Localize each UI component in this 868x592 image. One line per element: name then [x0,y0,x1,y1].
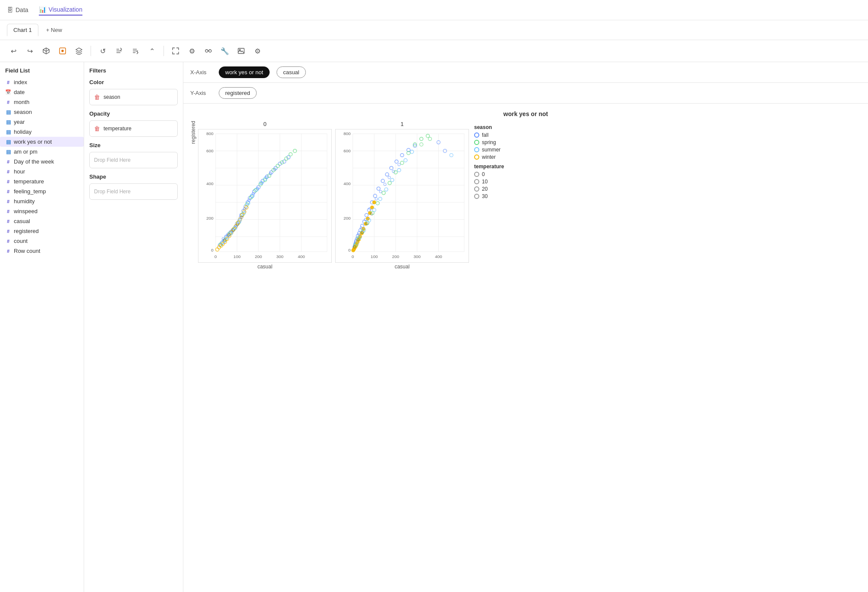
legend-spring: spring [474,139,511,145]
expand-button[interactable] [169,44,182,57]
hash-icon: # [5,80,11,85]
refresh-button[interactable]: ↺ [96,44,109,57]
scatter-panel-1: 1 [335,121,469,270]
legend-temp-20: 20 [474,186,511,192]
select-button[interactable] [56,44,69,57]
field-year[interactable]: ▤ year [0,117,84,127]
field-temperature[interactable]: # temperature [0,176,84,186]
filters-panel: Filters Color 🗑 season Opacity 🗑 tempera… [84,62,183,592]
svg-text:400: 400 [435,254,442,259]
svg-point-176 [375,198,377,200]
chevron-button[interactable]: ⌃ [145,44,158,57]
svg-text:600: 600 [206,148,214,153]
size-field[interactable]: Drop Field Here [89,152,178,168]
wrench-button[interactable]: 🔧 [218,44,231,57]
legend-temp-30: 30 [474,193,511,199]
svg-point-202 [376,202,379,205]
x-axis-field-casual[interactable]: casual [277,66,306,78]
sort-asc-button[interactable] [113,44,126,57]
hash-icon: # [5,199,11,204]
x-axis-label-1: casual [335,264,469,270]
trash-icon[interactable]: 🗑 [94,125,100,132]
legend-fall: fall [474,132,511,138]
sort-desc-button[interactable] [129,44,142,57]
field-casual[interactable]: # casual [0,216,84,226]
svg-point-220 [404,159,407,162]
tab-new[interactable]: + New [40,24,68,36]
field-humidity[interactable]: # humidity [0,196,84,206]
nav-visualization[interactable]: 📊 Visualization [39,4,82,16]
temp30-color [474,194,479,199]
chart-area: X-Axis work yes or not casual Y-Axis reg… [183,62,868,592]
tab-bar: Chart 1 + New [0,20,868,40]
svg-point-167 [395,160,398,164]
svg-point-204 [388,181,391,185]
chart-title: work yes or not [190,110,861,117]
field-row-count[interactable]: # Row count [0,246,84,256]
svg-text:0: 0 [348,248,351,252]
svg-text:600: 600 [343,148,351,153]
shape-field[interactable]: Drop Field Here [89,183,178,200]
hash-icon: # [5,219,11,224]
layers-button[interactable] [72,44,85,57]
scatter-panel-0: 0 [198,121,332,270]
legend-temperature-title: temperature [474,164,511,170]
trash-icon[interactable]: 🗑 [94,94,100,101]
field-count[interactable]: # count [0,236,84,246]
field-day-of-week[interactable]: # Day of the week [0,157,84,167]
svg-text:300: 300 [413,254,421,259]
svg-point-218 [390,178,394,182]
doc-icon: ▤ [5,149,11,155]
legend-summer: summer [474,147,511,153]
winter-color [474,154,479,160]
field-winspeed[interactable]: # winspeed [0,206,84,216]
svg-point-231 [450,154,453,157]
svg-text:100: 100 [233,254,241,259]
svg-point-181 [398,163,400,166]
field-season[interactable]: ▤ season [0,107,84,117]
chart-legend: season fall spring summer [469,121,516,204]
svg-point-196 [372,201,376,204]
undo-button[interactable]: ↩ [7,44,20,57]
svg-point-8 [205,50,208,52]
panel-label-1: 1 [335,121,469,127]
field-work-yes-or-not[interactable]: ▤ work yes or not [0,137,84,147]
x-axis-config: X-Axis work yes or not casual [183,62,868,83]
svg-text:200: 200 [206,216,214,220]
tab-chart1[interactable]: Chart 1 [7,24,38,36]
color-field[interactable]: 🗑 season [89,89,178,105]
viz-icon: 📊 [39,6,46,13]
svg-point-164 [381,179,384,183]
cal-icon: 📅 [5,89,11,95]
x-axis-field-work[interactable]: work yes or not [219,66,270,78]
field-holiday[interactable]: ▤ holiday [0,127,84,137]
hash-icon: # [5,239,11,244]
field-am-or-pm[interactable]: ▤ am or pm [0,147,84,157]
redo-button[interactable]: ↪ [23,44,36,57]
color-title: Color [89,79,178,85]
settings2-button[interactable]: ⚙ [251,44,264,57]
field-hour[interactable]: # hour [0,167,84,176]
top-nav: 🗄 Data 📊 Visualization [0,0,868,20]
3d-button[interactable] [40,44,53,57]
field-list-panel: Field List # index 📅 date # month ▤ seas… [0,62,84,592]
summer-color [474,147,479,152]
temp10-color [474,179,479,184]
nav-data[interactable]: 🗄 Data [7,5,28,15]
field-index[interactable]: # index [0,77,84,87]
opacity-field[interactable]: 🗑 temperature [89,120,178,137]
image-button[interactable] [235,44,248,57]
y-axis-field-registered[interactable]: registered [219,87,257,99]
field-feeling-temp[interactable]: # feeling_temp [0,186,84,196]
svg-point-90 [289,153,292,156]
fall-color [474,132,479,138]
settings1-button[interactable]: ⚙ [186,44,198,57]
field-registered[interactable]: # registered [0,226,84,236]
svg-point-168 [400,154,404,157]
field-month[interactable]: # month [0,97,84,107]
field-date[interactable]: 📅 date [0,87,84,97]
main-layout: Field List # index 📅 date # month ▤ seas… [0,62,868,592]
svg-point-227 [420,143,423,146]
svg-text:800: 800 [343,131,351,136]
connect-button[interactable] [202,44,215,57]
